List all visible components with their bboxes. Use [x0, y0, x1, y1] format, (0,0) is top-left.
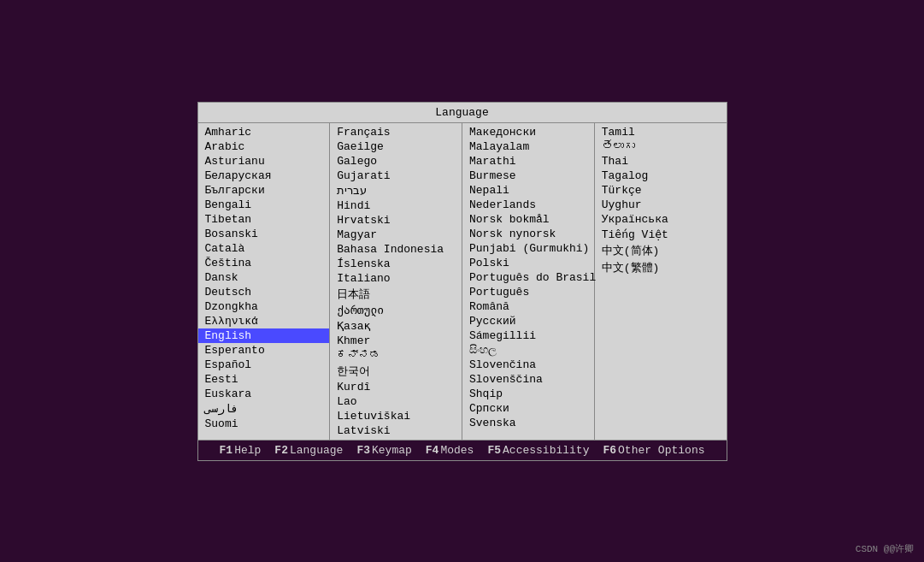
- language-item[interactable]: Lietuviškai: [330, 409, 462, 423]
- language-item[interactable]: Tiếng Việt: [595, 227, 727, 242]
- language-item[interactable]: Русский: [462, 314, 594, 328]
- language-item[interactable]: Tagalog: [595, 169, 727, 183]
- language-item[interactable]: Slovenščina: [462, 372, 594, 387]
- language-column-col2: FrançaisGaeilgeGalegoGujaratiעבריתHindiH…: [330, 123, 462, 440]
- language-item[interactable]: עברית: [330, 183, 462, 198]
- language-item[interactable]: සිංහල: [462, 343, 594, 358]
- language-item[interactable]: ಕನ್ನಡ: [330, 348, 462, 363]
- bottom-bar-item-f5[interactable]: F5 Accessibility: [487, 444, 589, 457]
- language-item[interactable]: English: [198, 328, 330, 343]
- language-item[interactable]: Sámegillii: [462, 328, 594, 343]
- language-item[interactable]: తెలుగు: [595, 139, 727, 154]
- language-item[interactable]: Español: [198, 358, 330, 372]
- language-item[interactable]: Polski: [462, 256, 594, 270]
- language-item[interactable]: Македонски: [462, 125, 594, 139]
- language-item[interactable]: Punjabi (Gurmukhi): [462, 241, 594, 256]
- fn-key: F5: [487, 444, 501, 457]
- language-item[interactable]: 日本語: [330, 286, 462, 303]
- language-item[interactable]: Norsk bokmål: [462, 212, 594, 227]
- language-item[interactable]: Asturianu: [198, 154, 330, 169]
- language-item[interactable]: Marathi: [462, 154, 594, 169]
- language-item[interactable]: Galego: [330, 154, 462, 169]
- language-item[interactable]: Amharic: [198, 125, 330, 139]
- language-item[interactable]: 한국어: [330, 363, 462, 380]
- language-item[interactable]: Burmese: [462, 169, 594, 183]
- fn-key: F3: [356, 444, 370, 457]
- bottom-bar-item-f6[interactable]: F6 Other Options: [603, 444, 704, 457]
- language-item[interactable]: Français: [330, 125, 462, 139]
- language-item[interactable]: Gaeilge: [330, 139, 462, 154]
- language-item[interactable]: Magyar: [330, 228, 462, 242]
- fn-key: F6: [603, 444, 616, 457]
- fn-label: Other Options: [618, 444, 704, 457]
- bottom-bar-item-f4[interactable]: F4 Modes: [426, 444, 474, 457]
- language-item[interactable]: Uyghur: [595, 198, 727, 212]
- bottom-bar-item-f1[interactable]: F1 Help: [220, 444, 262, 457]
- fn-label: Help: [234, 444, 261, 457]
- language-item[interactable]: Thai: [595, 154, 727, 169]
- language-item[interactable]: Українська: [595, 212, 727, 227]
- language-item[interactable]: Bosanski: [198, 227, 330, 241]
- language-item[interactable]: Deutsch: [198, 285, 330, 299]
- fn-label: Language: [290, 444, 343, 457]
- language-item[interactable]: Kurdî: [330, 380, 462, 394]
- language-item[interactable]: Suomi: [198, 417, 330, 431]
- fn-label: Keymap: [372, 444, 412, 457]
- fn-key: F1: [220, 444, 233, 457]
- language-item[interactable]: Euskara: [198, 387, 330, 401]
- watermark: CSDN @@许卿: [856, 542, 914, 555]
- language-item[interactable]: فارسی: [198, 401, 330, 417]
- bottom-bar-item-f3[interactable]: F3 Keymap: [356, 444, 411, 457]
- language-column-col3: МакедонскиMalayalamMarathiBurmeseNepaliN…: [462, 123, 595, 440]
- language-item[interactable]: Български: [198, 183, 330, 198]
- dialog-title: Language: [198, 103, 727, 123]
- language-item[interactable]: Italiano: [330, 271, 462, 286]
- bottom-bar: F1 HelpF2 LanguageF3 KeymapF4 ModesF5 Ac…: [198, 441, 727, 460]
- language-item[interactable]: Norsk nynorsk: [462, 227, 594, 241]
- language-item[interactable]: Shqip: [462, 387, 594, 401]
- language-dialog: Language AmharicArabicAsturianuБеларуска…: [197, 102, 727, 461]
- language-item[interactable]: Khmer: [330, 334, 462, 348]
- language-item[interactable]: Íslenska: [330, 257, 462, 271]
- language-column-col1: AmharicArabicAsturianuБеларускаяБългарск…: [198, 123, 331, 440]
- language-item[interactable]: Dzongkha: [198, 299, 330, 314]
- fn-label: Accessibility: [503, 444, 589, 457]
- language-item[interactable]: Bahasa Indonesia: [330, 242, 462, 257]
- language-item[interactable]: Arabic: [198, 139, 330, 154]
- language-item[interactable]: Eesti: [198, 372, 330, 387]
- language-item[interactable]: Malayalam: [462, 139, 594, 154]
- language-item[interactable]: Nederlands: [462, 198, 594, 212]
- language-item[interactable]: ქართული: [330, 303, 462, 318]
- fn-key: F4: [426, 444, 439, 457]
- language-item[interactable]: Қазақ: [330, 318, 462, 334]
- language-item[interactable]: Slovenčina: [462, 358, 594, 372]
- language-item[interactable]: Bengali: [198, 198, 330, 212]
- language-item[interactable]: Türkçe: [595, 183, 727, 198]
- language-item[interactable]: Ελληνικά: [198, 314, 330, 328]
- language-item[interactable]: Gujarati: [330, 169, 462, 183]
- language-item[interactable]: Português do Brasil: [462, 270, 594, 285]
- language-item[interactable]: Português: [462, 285, 594, 299]
- bottom-bar-item-f2[interactable]: F2 Language: [274, 444, 343, 457]
- language-item[interactable]: Català: [198, 241, 330, 256]
- language-item[interactable]: Latviski: [330, 423, 462, 438]
- language-item[interactable]: Nepali: [462, 183, 594, 198]
- language-item[interactable]: Hrvatski: [330, 213, 462, 228]
- language-columns: AmharicArabicAsturianuБеларускаяБългарск…: [198, 123, 727, 441]
- language-item[interactable]: Српски: [462, 401, 594, 416]
- language-item[interactable]: Tamil: [595, 125, 727, 139]
- language-item[interactable]: Esperanto: [198, 343, 330, 358]
- language-item[interactable]: Svenska: [462, 416, 594, 430]
- fn-key: F2: [274, 444, 288, 457]
- language-item[interactable]: Беларуская: [198, 169, 330, 183]
- language-item[interactable]: Dansk: [198, 270, 330, 285]
- fn-label: Modes: [440, 444, 474, 457]
- language-column-col4: TamilతెలుగుThaiTagalogTürkçeUyghurУкраїн…: [595, 123, 727, 440]
- language-item[interactable]: Română: [462, 299, 594, 314]
- language-item[interactable]: Hindi: [330, 198, 462, 213]
- language-item[interactable]: Tibetan: [198, 212, 330, 227]
- language-item[interactable]: 中文(简体): [595, 242, 727, 259]
- language-item[interactable]: 中文(繁體): [595, 259, 727, 276]
- language-item[interactable]: Čeština: [198, 256, 330, 270]
- language-item[interactable]: Lao: [330, 394, 462, 409]
